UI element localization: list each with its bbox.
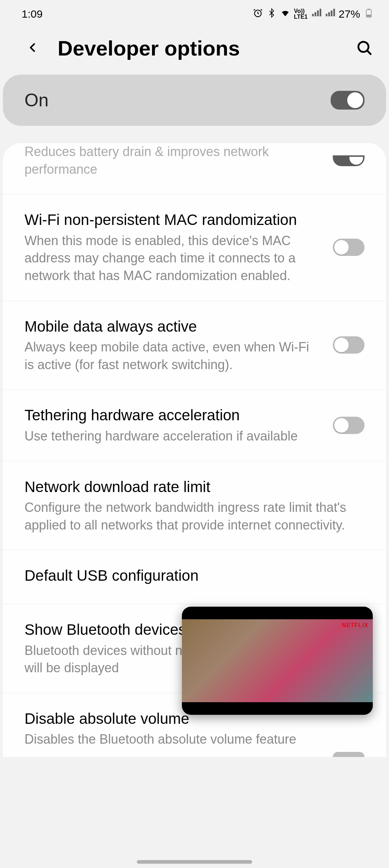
signal-icon-2 [325, 8, 335, 21]
search-icon[interactable] [356, 39, 373, 58]
toggle-tethering[interactable] [333, 417, 365, 434]
setting-usb[interactable]: Default USB configuration [3, 550, 386, 604]
lte-icon: Vo))LTE1 [294, 8, 308, 20]
status-time: 1:09 [22, 8, 43, 20]
pip-provider-label: NETFLIX [342, 622, 368, 629]
svg-rect-3 [367, 14, 371, 17]
setting-title: Wi-Fi non-persistent MAC randomization [24, 210, 322, 230]
wifi-icon [280, 8, 290, 21]
back-icon[interactable] [25, 39, 40, 58]
master-toggle-row[interactable]: On [3, 75, 386, 126]
setting-rate-limit[interactable]: Network download rate limit Configure th… [3, 461, 386, 550]
toggle-wifi-mac[interactable] [333, 239, 365, 256]
toggle-partial[interactable] [333, 155, 365, 166]
signal-icon-1 [311, 8, 321, 21]
battery-icon [364, 8, 374, 21]
svg-line-5 [367, 50, 371, 54]
header: Developer options [0, 25, 389, 75]
status-icons: Vo))LTE1 27% [253, 8, 374, 21]
setting-title: Default USB configuration [24, 566, 365, 586]
svg-rect-2 [368, 9, 370, 9]
setting-mobile-data[interactable]: Mobile data always active Always keep mo… [3, 301, 386, 390]
battery-percent: 27% [339, 8, 360, 20]
pip-video[interactable]: NETFLIX [182, 619, 373, 702]
setting-tethering[interactable]: Tethering hardware acceleration Use teth… [3, 390, 386, 461]
nav-handle[interactable] [137, 860, 252, 864]
setting-partial-top[interactable]: Reduces battery drain & improves network… [3, 143, 386, 194]
status-bar: 1:09 Vo))LTE1 27% [0, 0, 389, 25]
setting-title: Tethering hardware acceleration [24, 406, 322, 425]
setting-wifi-mac[interactable]: Wi-Fi non-persistent MAC randomization W… [3, 194, 386, 301]
setting-desc: Configure the network bandwidth ingress … [24, 499, 365, 534]
alarm-icon [253, 8, 263, 21]
setting-desc: When this mode is enabled, this device's… [24, 232, 322, 285]
toggle-absolute-volume[interactable] [333, 752, 365, 757]
setting-desc: Reduces battery drain & improves network… [24, 143, 322, 178]
page-title: Developer options [58, 36, 337, 60]
master-toggle[interactable] [331, 91, 365, 110]
master-toggle-label: On [24, 90, 49, 111]
bluetooth-icon [267, 8, 277, 21]
setting-desc: Always keep mobile data active, even whe… [24, 338, 322, 373]
setting-desc: Use tethering hardware acceleration if a… [24, 428, 322, 445]
pip-window[interactable]: NETFLIX [182, 607, 373, 715]
setting-desc: Disables the Bluetooth absolute volume f… [24, 731, 365, 748]
setting-title: Mobile data always active [24, 317, 322, 337]
setting-title: Network download rate limit [24, 477, 365, 497]
toggle-mobile-data[interactable] [333, 336, 365, 354]
